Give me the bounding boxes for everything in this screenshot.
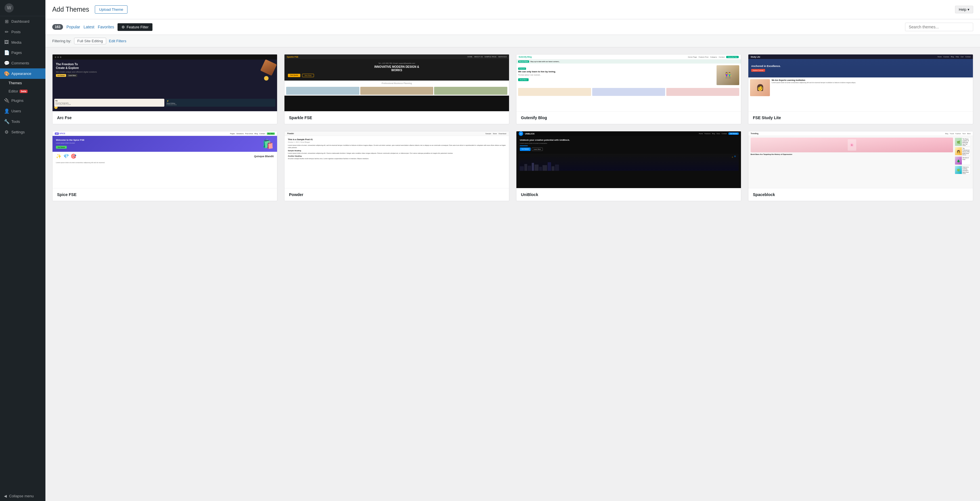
theme-preview-powder: Powder SampleStoreDownload This is a Sam… — [285, 132, 509, 188]
theme-preview-fse-study-lite: Study Lite HomeCoursesBlogHelpCartContac… — [748, 54, 973, 111]
appearance-icon: 🎨 — [4, 71, 9, 76]
theme-preview-gutenify-blog: Gutenify Blog Home PageFeature PostCateg… — [516, 54, 741, 111]
collapse-label: Collapse menu — [9, 494, 34, 498]
themes-label: Themes — [8, 81, 22, 85]
uni-hero-text: Unblock your creative potential with Uni… — [516, 136, 741, 154]
sidebar-item-plugins[interactable]: 🔌 Plugins — [0, 95, 45, 106]
sparkle-nav: Sparkle FSE HOMEABOUT USSAMPLE PAGESERVI… — [285, 54, 509, 59]
study-content: 👩 We Are Experts Learning Institution Lo… — [748, 78, 973, 98]
theme-preview-spaceblock: Trending BlogTravelFashionTechMore — [748, 132, 973, 188]
space-nav: Trending BlogTravelFashionTechMore — [748, 132, 973, 136]
sparkle-imgs — [285, 86, 509, 96]
sidebar: W ⊞ Dashboard ✏ Posts 🖼 Media 📄 Pages 💬 … — [0, 0, 45, 501]
sidebar-item-label: Pages — [11, 51, 22, 55]
arc-hero: The Freedom ToCreate & Explore We create… — [52, 60, 277, 80]
filtering-by-label: Filtering by: — [52, 39, 71, 43]
sidebar-item-users[interactable]: 👤 Users — [0, 106, 45, 116]
theme-preview-uniblock: U UNIBLOCK HomeFeaturesBlogDocsContact G… — [516, 132, 741, 188]
comments-icon: 💬 — [4, 60, 9, 66]
theme-preview-sparkle-fse: Sparkle FSE HOMEABOUT USSAMPLE PAGESERVI… — [285, 54, 509, 111]
theme-name-arc-fse: Arc Fse — [52, 111, 277, 124]
theme-card-spaceblock[interactable]: Trending BlogTravelFashionTechMore — [748, 131, 973, 201]
filter-tag-fse: Full Site Editing — [74, 38, 106, 44]
sidebar-item-posts[interactable]: ✏ Posts — [0, 27, 45, 37]
sidebar-item-label: Dashboard — [11, 19, 30, 24]
filter-bar: 163 Popular Latest Favorites ⚙ Feature F… — [45, 19, 980, 35]
sidebar-sub-item-editor[interactable]: Editor beta — [0, 87, 45, 95]
sidebar-item-comments[interactable]: 💬 Comments — [0, 58, 45, 68]
sparkle-hero: Tel: +123 456 789 | Email: support@spark… — [285, 59, 509, 81]
theme-name-powder: Powder — [285, 188, 509, 201]
sidebar-item-label: Comments — [11, 61, 29, 65]
sidebar-item-label: Posts — [11, 30, 21, 34]
wp-logo-icon: W — [5, 3, 14, 13]
collapse-menu[interactable]: ◀ Collapse menu — [0, 491, 45, 501]
space-content: 🌸 Book Bans Are Targeting the History of… — [748, 136, 973, 178]
sidebar-item-dashboard[interactable]: ⊞ Dashboard — [0, 16, 45, 27]
upload-theme-button[interactable]: Upload Theme — [95, 5, 127, 14]
theme-card-powder[interactable]: Powder SampleStoreDownload This is a Sam… — [284, 131, 509, 201]
theme-name-uniblock: UniBlock — [516, 188, 741, 201]
sidebar-item-pages[interactable]: 📄 Pages — [0, 48, 45, 58]
sidebar-item-tools[interactable]: 🔧 Tools — [0, 116, 45, 127]
sidebar-item-appearance[interactable]: 🎨 Appearance — [0, 68, 45, 79]
sidebar-item-label: Users — [11, 109, 21, 113]
page-title: Add Themes — [52, 6, 89, 13]
help-button[interactable]: Help ▾ — [955, 6, 973, 13]
sidebar-item-settings[interactable]: ⚙ Settings — [0, 127, 45, 137]
plugins-icon: 🔌 — [4, 98, 9, 103]
theme-card-spice-fse[interactable]: SPSPICE PagesVariationsPost showBlogCont… — [52, 131, 277, 201]
theme-card-uniblock[interactable]: U UNIBLOCK HomeFeaturesBlogDocsContact G… — [516, 131, 741, 201]
gut-nav: Gutenify Blog Home PageFeature PostCateg… — [516, 54, 741, 60]
sidebar-item-label: Plugins — [11, 98, 24, 103]
latest-filter-link[interactable]: Latest — [83, 25, 94, 29]
editor-label: Editor — [8, 89, 18, 94]
arc-cards: Aa Amazing Typography Lorem ipsum dolor … — [54, 99, 275, 107]
help-label: Help — [959, 7, 966, 12]
arc-shapes — [262, 61, 275, 81]
theme-name-spice-fse: Spice FSE — [52, 188, 277, 201]
theme-card-arc-fse[interactable]: The Freedom ToCreate & Explore We create… — [52, 54, 277, 124]
sidebar-item-label: Settings — [11, 130, 25, 134]
theme-name-gutenify-blog: Gutenify Blog — [516, 111, 741, 124]
dashboard-icon: ⊞ — [4, 19, 9, 24]
study-hero-section: Anchored in Excellence. Explore Courses — [748, 59, 973, 78]
themes-grid: The Freedom ToCreate & Explore We create… — [45, 48, 980, 208]
edit-filters-link[interactable]: Edit Filters — [109, 39, 126, 43]
theme-preview-arc-fse: The Freedom ToCreate & Explore We create… — [52, 54, 277, 111]
powder-nav: Powder SampleStoreDownload — [285, 132, 509, 136]
gut-banner: Recent News Stay up to date with our lat… — [516, 60, 741, 63]
spice-hero: Welcome to the Spice FSE Lorem ipsum dol… — [52, 136, 277, 152]
gear-icon: ⚙ — [121, 25, 125, 29]
spice-stats: ✨ 💎 🎯 Quisque Blandit — [52, 152, 277, 160]
sidebar-item-media[interactable]: 🖼 Media — [0, 37, 45, 48]
content-wrapper: The Freedom ToCreate & Explore We create… — [45, 48, 980, 501]
topbar: Add Themes Upload Theme Help ▾ — [45, 0, 980, 19]
pages-icon: 📄 — [4, 50, 9, 55]
sidebar-item-label: Tools — [11, 119, 20, 124]
favorites-filter-link[interactable]: Favorites — [98, 25, 114, 29]
posts-icon: ✏ — [4, 29, 9, 35]
arc-nav — [52, 54, 277, 60]
theme-card-fse-study-lite[interactable]: Study Lite HomeCoursesBlogHelpCartContac… — [748, 54, 973, 124]
sidebar-item-label: Media — [11, 40, 21, 44]
theme-card-sparkle-fse[interactable]: Sparkle FSE HOMEABOUT USSAMPLE PAGESERVI… — [284, 54, 509, 124]
tools-icon: 🔧 — [4, 119, 9, 124]
gut-hero: Featured We can only learn to live by lo… — [516, 63, 741, 87]
spice-text: Lorem ipsum dolor sit amet consectetur a… — [52, 160, 277, 165]
sidebar-logo: W — [0, 0, 45, 16]
theme-card-gutenify-blog[interactable]: Gutenify Blog Home PageFeature PostCateg… — [516, 54, 741, 124]
sidebar-sub-item-themes[interactable]: Themes — [0, 79, 45, 87]
search-themes-input[interactable] — [905, 23, 973, 31]
popular-filter-link[interactable]: Popular — [67, 25, 80, 29]
filtering-row: Filtering by: Full Site Editing Edit Fil… — [45, 35, 980, 48]
uni-cityscape — [519, 154, 739, 171]
gut-gallery — [516, 87, 741, 97]
feature-filter-button[interactable]: ⚙ Feature Filter — [118, 23, 153, 31]
media-icon: 🖼 — [4, 40, 9, 45]
help-chevron-icon: ▾ — [967, 7, 969, 12]
theme-name-spaceblock: Spaceblock — [748, 188, 973, 201]
theme-count-badge: 163 — [52, 24, 63, 30]
spice-nav: SPSPICE PagesVariationsPost showBlogCont… — [52, 132, 277, 136]
uni-nav: U UNIBLOCK HomeFeaturesBlogDocsContact G… — [516, 132, 741, 136]
